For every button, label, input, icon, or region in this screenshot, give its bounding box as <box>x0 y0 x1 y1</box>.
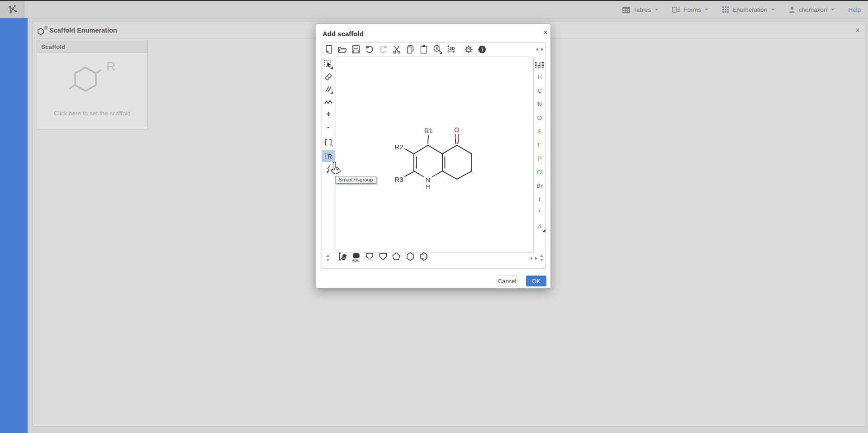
periodic-table-icon[interactable] <box>535 62 545 69</box>
scaffold-enumeration-icon: R <box>36 25 48 37</box>
atom-palette-corner[interactable] <box>541 228 546 233</box>
scaffold-placeholder-area[interactable]: R Click here to set the scaffold <box>37 53 147 129</box>
nitrogen-label: N <box>426 176 430 184</box>
settings-gear-icon[interactable] <box>464 44 474 54</box>
atom-c[interactable]: C <box>534 87 545 94</box>
nav-enumeration[interactable]: Enumeration <box>722 6 775 13</box>
smart-rgroup-label: R <box>327 153 332 160</box>
forms-caret-icon <box>705 9 708 10</box>
clean-2d-label: 2D <box>450 46 455 51</box>
spinner-up-icon <box>540 255 543 257</box>
cut-icon[interactable] <box>392 44 402 54</box>
nav-forms[interactable]: Forms <box>672 6 708 13</box>
spinner-down-icon <box>326 259 330 261</box>
r3-label: R3 <box>395 176 403 183</box>
pyrrole-template-icon[interactable]: N <box>365 252 375 262</box>
atom-o[interactable]: O <box>534 114 545 121</box>
molecule-canvas[interactable]: R1 R2 R3 O N H <box>336 57 534 253</box>
copy-icon[interactable] <box>405 44 415 54</box>
carbonyl-bonds <box>455 134 459 139</box>
alk-template-icon[interactable]: ALK.. <box>351 252 361 262</box>
atom-br[interactable]: Br <box>534 182 545 189</box>
atom-f[interactable]: F <box>534 142 545 148</box>
nav-enumeration-label: Enumeration <box>732 6 767 13</box>
new-document-icon[interactable] <box>324 44 334 54</box>
molecule-labels: R1 R2 R3 O N H <box>395 126 460 190</box>
scaffold-placeholder-icon: R <box>67 58 117 96</box>
right-template-spinner[interactable] <box>540 255 543 261</box>
template-scroll-left-icon <box>530 257 532 260</box>
cyclopentane-down-template-icon[interactable] <box>378 252 388 262</box>
nav-user-label: chemaxon <box>799 6 827 13</box>
nav-tables[interactable]: Tables <box>622 6 659 13</box>
scaffold-placeholder-text: Click here to set the scaffold <box>37 110 147 117</box>
atom-n[interactable]: N <box>534 101 545 108</box>
nav-tables-label: Tables <box>633 6 651 13</box>
nav-user-menu[interactable]: chemaxon <box>788 6 835 13</box>
panel-close-icon[interactable]: × <box>853 25 863 35</box>
nh-hydrogen-label: H <box>426 183 430 190</box>
atom-cl[interactable]: Cl <box>534 169 545 176</box>
clean-2d-icon[interactable]: 2D <box>446 44 456 54</box>
placeholder-r-label: R <box>106 59 115 73</box>
ok-button[interactable]: OK <box>526 276 546 286</box>
r2-label: R2 <box>395 143 403 151</box>
repeating-group-icon[interactable]: n <box>323 138 333 148</box>
enumeration-caret-icon <box>771 9 775 10</box>
app-logo[interactable] <box>0 1 25 18</box>
editor-top-toolbar: 2D i <box>324 44 487 54</box>
select-tool-icon[interactable] <box>323 59 333 69</box>
user-caret-icon <box>831 9 835 10</box>
tooltip: Smart R-group <box>335 176 376 184</box>
nav-items: Tables Forms Enumeration <box>622 1 861 18</box>
bond-dropdown-corner <box>331 91 333 94</box>
atom-p[interactable]: P <box>534 155 545 162</box>
template-scroll-arrows[interactable] <box>530 257 537 260</box>
top-navigation-bar: Tables Forms Enumeration <box>0 1 868 19</box>
zoom-icon[interactable] <box>432 44 442 54</box>
forms-icon <box>672 6 680 13</box>
page-title: Scaffold Enumeration <box>49 27 117 34</box>
save-icon[interactable] <box>351 44 361 54</box>
left-template-spinner[interactable] <box>326 255 330 261</box>
help-link[interactable]: Help <box>848 6 861 13</box>
tables-icon <box>622 6 630 13</box>
scroll-left-icon <box>536 48 538 51</box>
smart-rgroup-icon[interactable]: R <box>323 151 333 161</box>
bond-tool-icon[interactable] <box>323 84 333 94</box>
add-scaffold-dialog: Add scaffold × <box>316 24 551 289</box>
paste-icon[interactable] <box>419 44 429 54</box>
top-toolbar-scroll-arrows[interactable] <box>536 48 543 51</box>
scaffold-panel-header: Scaffold <box>37 41 147 53</box>
oxygen-label: O <box>454 126 459 133</box>
cancel-button[interactable]: Cancel <box>497 276 517 286</box>
enumeration-icon <box>722 6 729 13</box>
cyclopentane-template-icon[interactable] <box>391 252 401 262</box>
info-icon[interactable]: i <box>477 44 487 54</box>
open-icon[interactable] <box>337 44 347 54</box>
scaffold-molecule: R1 R2 R3 O N H <box>336 57 534 253</box>
scaffold-panel: Scaffold R Click here to set the scaffol… <box>37 41 148 129</box>
atom-h[interactable]: H <box>534 74 545 81</box>
eraser-icon[interactable] <box>323 71 333 81</box>
redo-icon[interactable] <box>378 44 388 54</box>
zoom-in-button[interactable]: + <box>323 110 333 118</box>
benzene-template-icon[interactable] <box>419 252 429 262</box>
chain-tool-icon[interactable] <box>323 97 333 107</box>
chemaxon-logo-icon <box>7 4 19 15</box>
undo-icon[interactable] <box>365 44 375 54</box>
scaffold-panel-title: Scaffold <box>41 43 65 50</box>
scroll-right-icon <box>541 48 543 51</box>
abbreviated-group-template-icon[interactable] <box>337 252 347 262</box>
atom-s[interactable]: S <box>534 128 545 135</box>
atom-any[interactable]: * <box>534 209 545 215</box>
user-icon <box>788 6 796 13</box>
hand-cursor-icon <box>329 161 341 175</box>
pyrrole-n-label: N <box>368 257 371 261</box>
zoom-out-button[interactable]: - <box>323 123 333 131</box>
atom-i[interactable]: I <box>534 196 545 203</box>
cyclohexane-template-icon[interactable] <box>405 252 415 262</box>
nav-forms-label: Forms <box>683 6 701 13</box>
dialog-close-icon[interactable]: × <box>541 28 550 38</box>
svg-text:R: R <box>44 25 48 30</box>
